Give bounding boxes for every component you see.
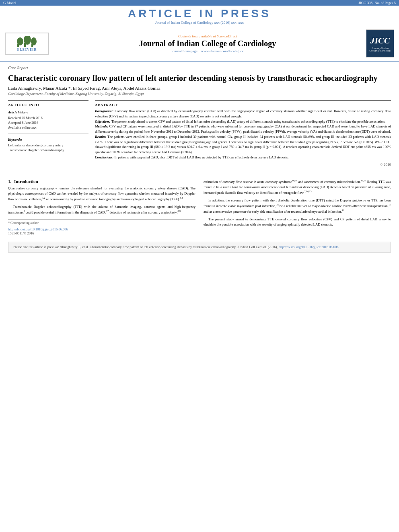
main-content: Case Report Characteristic coronary flow…: [0, 62, 399, 257]
keyword-2: Transthoracic Doppler echocardiography: [8, 148, 88, 153]
journal-center: Contents lists available at ScienceDirec…: [53, 34, 362, 53]
available-date: Available online xxx: [8, 125, 88, 130]
jicc-subtitle: Journal of IndianCollege of Cardiology: [369, 47, 391, 52]
citation-text: Please cite this article in press as: Al…: [13, 245, 278, 249]
results-label: Results:: [95, 135, 106, 139]
history-label: Article history:: [8, 111, 88, 114]
keywords-label: Keywords:: [8, 138, 88, 142]
section-1-title: 1. Introduction: [8, 179, 195, 184]
body-left-column: 1. Introduction Quantitative coronary an…: [8, 179, 195, 236]
svg-point-1: [17, 37, 23, 45]
article-in-press-bar: ARTICLE IN PRESS Journal of Indian Colle…: [0, 6, 399, 26]
abstract-column: ABSTRACT Background: Coronary flow reser…: [95, 100, 391, 169]
footnote-section: * Corresponding author.: [8, 219, 195, 225]
received-date: Received 25 March 2016: [8, 116, 88, 121]
section-divider: [8, 174, 391, 174]
intro-para2: Transthoracic Doppler echocardiography (…: [8, 204, 195, 215]
elsevier-logo: ELSEVIER: [5, 33, 53, 55]
keyword-1: Left anterior descending coronary artery: [8, 143, 88, 148]
article-info-abstract-section: ARTICLE INFO Article history: Received 2…: [8, 100, 391, 169]
body-right-column: estimation of coronary flow reserve in a…: [204, 179, 391, 236]
objectives-label: Objectives:: [95, 119, 111, 123]
introduction-text: Quantitative coronary angiography remain…: [8, 186, 195, 216]
journal-homepage: journal homepage: www.elsevier.com/locat…: [53, 49, 362, 53]
journal-header: ELSEVIER Contents lists available at Sci…: [0, 26, 399, 62]
article-info-header: ARTICLE INFO: [8, 103, 88, 108]
journal-ref: Journal of Indian College of Cardiology …: [0, 20, 399, 25]
intro-para3: estimation of coronary flow reserve in a…: [204, 179, 391, 195]
intro-right-text: estimation of coronary flow reserve in a…: [204, 179, 391, 228]
top-banner: G Model JICC-338; No. of Pages 5: [0, 0, 399, 6]
methods-label: Methods:: [95, 124, 108, 128]
conclusions-label: Conclusions:: [95, 155, 113, 159]
doi-line: http://dx.doi.org/10.1016/j.jicc.2016.06…: [8, 227, 195, 235]
sciencedirect-line: Contents lists available at ScienceDirec…: [53, 34, 362, 38]
intro-para1: Quantitative coronary angiography remain…: [8, 186, 195, 202]
citation-bar: Please cite this article in press as: Al…: [8, 242, 391, 253]
elsevier-label: ELSEVIER: [17, 48, 37, 51]
sciencedirect-link[interactable]: ScienceDirect: [217, 34, 237, 38]
abstract-box: ABSTRACT Background: Coronary flow reser…: [95, 100, 391, 169]
svg-point-5: [31, 37, 37, 45]
affiliation: Cardiology Department, Faculty of Medici…: [8, 92, 391, 96]
article-category: Case Report: [8, 66, 391, 71]
copyright-line: © 2016: [95, 162, 391, 166]
aip-text: ARTICLE IN PRESS: [0, 7, 399, 20]
intro-para5: The present study aimed to demonstrate T…: [204, 217, 391, 227]
methods-text: CFV and CF pattern were measured in dist…: [95, 124, 391, 134]
doi-link[interactable]: http://dx.doi.org/10.1016/j.jicc.2016.06…: [8, 227, 68, 231]
citation-doi-link[interactable]: http://dx.doi.org/10.1016/j.jicc.2016.06…: [279, 245, 339, 249]
pages-label: JICC-338; No. of Pages 5: [358, 1, 396, 5]
accepted-date: Accepted 8 June 2016: [8, 121, 88, 125]
body-section: 1. Introduction Quantitative coronary an…: [8, 179, 391, 236]
abstract-text: Background: Coronary flow reserve (CFR) …: [95, 109, 391, 160]
keywords-section: Keywords: Left anterior descending coron…: [8, 134, 88, 153]
corresponding-note: * Corresponding author.: [8, 221, 195, 225]
background-text: Coronary flow reserve (CFR) as detected …: [95, 109, 391, 118]
conclusions-text: In patients with suspected CAD, short DD…: [114, 155, 288, 159]
results-text: The patients were enrolled in three grou…: [95, 135, 391, 154]
homepage-link[interactable]: www.elsevier.com/locate/jicc: [201, 49, 244, 53]
objectives-text: The present study aimed to assess CFV an…: [111, 119, 385, 123]
elsevier-tree-icon: [17, 36, 37, 47]
intro-para4: In addition, the coronary flow pattern w…: [204, 198, 391, 214]
issn-text: 1561-8811/© 2016: [8, 231, 34, 235]
model-label: G Model: [3, 1, 16, 5]
jicc-logo-box: JICC Journal of IndianCollege of Cardiol…: [362, 29, 394, 58]
article-info-column: ARTICLE INFO Article history: Received 2…: [8, 100, 88, 169]
authors: Laila Almaghawry, Manar Alzaki *, El Say…: [8, 86, 391, 90]
journal-title: Journal of Indian College of Cardiology: [53, 39, 362, 48]
background-label: Background:: [95, 109, 113, 113]
article-info-box: ARTICLE INFO Article history: Received 2…: [8, 100, 88, 155]
article-title: Characteristic coronary flow pattern of …: [8, 73, 391, 83]
abstract-header: ABSTRACT: [95, 103, 391, 107]
